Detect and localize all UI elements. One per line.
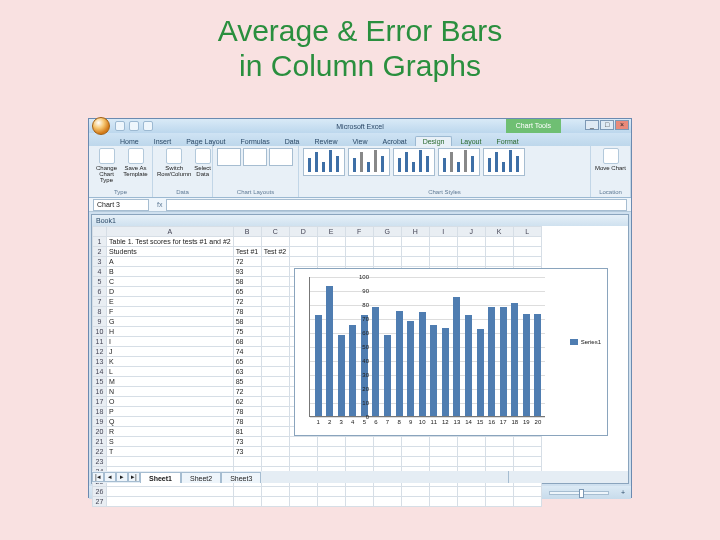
cell[interactable]	[373, 457, 401, 467]
cell[interactable]	[457, 237, 485, 247]
cell[interactable]: P	[107, 407, 234, 417]
row-header[interactable]: 2	[93, 247, 107, 257]
cell[interactable]	[429, 497, 457, 507]
chart-style-option[interactable]	[483, 148, 525, 176]
cell[interactable]	[289, 457, 317, 467]
col-header[interactable]: C	[261, 227, 289, 237]
cell[interactable]	[485, 457, 513, 467]
cell[interactable]	[261, 397, 289, 407]
chart-legend[interactable]: Series1	[570, 339, 601, 345]
row-header[interactable]: 27	[93, 497, 107, 507]
cell[interactable]: E	[107, 297, 234, 307]
cell[interactable]: 93	[233, 267, 261, 277]
chart-bar[interactable]	[477, 329, 484, 416]
move-chart-button[interactable]: Move Chart	[595, 148, 626, 171]
cell[interactable]	[289, 497, 317, 507]
cell[interactable]	[513, 437, 541, 447]
cell[interactable]: K	[107, 357, 234, 367]
cell[interactable]: 72	[233, 257, 261, 267]
cell[interactable]	[373, 497, 401, 507]
col-header[interactable]: J	[457, 227, 485, 237]
cell[interactable]	[457, 447, 485, 457]
row-header[interactable]: 17	[93, 397, 107, 407]
row-header[interactable]: 6	[93, 287, 107, 297]
change-chart-type-button[interactable]: Change Chart Type	[93, 148, 120, 183]
cell[interactable]	[373, 447, 401, 457]
cell[interactable]	[261, 277, 289, 287]
cell[interactable]: Q	[107, 417, 234, 427]
row-header[interactable]: 12	[93, 347, 107, 357]
cell[interactable]	[345, 487, 373, 497]
row-header[interactable]: 21	[93, 437, 107, 447]
cell[interactable]: F	[107, 307, 234, 317]
fx-icon[interactable]: fx	[153, 201, 166, 208]
cell[interactable]: R	[107, 427, 234, 437]
chart-style-option[interactable]	[438, 148, 480, 176]
cell[interactable]	[317, 257, 345, 267]
chart-bar[interactable]	[523, 314, 530, 416]
cell[interactable]	[261, 327, 289, 337]
cell[interactable]	[401, 437, 429, 447]
chart-style-option[interactable]	[303, 148, 345, 176]
chart-bar[interactable]	[349, 325, 356, 416]
cell[interactable]	[401, 487, 429, 497]
cell[interactable]: Test #1	[233, 247, 261, 257]
cell[interactable]	[457, 487, 485, 497]
cell[interactable]: T	[107, 447, 234, 457]
col-header[interactable]: H	[401, 227, 429, 237]
cell[interactable]	[513, 237, 541, 247]
cell[interactable]	[233, 497, 261, 507]
cell[interactable]	[485, 247, 513, 257]
row-header[interactable]: 9	[93, 317, 107, 327]
cell[interactable]: 85	[233, 377, 261, 387]
cell[interactable]	[485, 497, 513, 507]
row-header[interactable]: 14	[93, 367, 107, 377]
cell[interactable]	[345, 497, 373, 507]
cell[interactable]	[261, 437, 289, 447]
cell[interactable]	[429, 487, 457, 497]
cell[interactable]	[261, 457, 289, 467]
cell[interactable]	[401, 257, 429, 267]
switch-row-column-button[interactable]: Switch Row/Column	[157, 148, 191, 177]
cell[interactable]: 65	[233, 357, 261, 367]
cell[interactable]	[429, 237, 457, 247]
cell[interactable]	[401, 237, 429, 247]
cell[interactable]: 78	[233, 417, 261, 427]
chart-bar[interactable]	[465, 315, 472, 416]
tab-home[interactable]: Home	[113, 137, 146, 146]
cell[interactable]	[513, 487, 541, 497]
cell[interactable]	[429, 437, 457, 447]
cell[interactable]	[261, 377, 289, 387]
cell[interactable]: G	[107, 317, 234, 327]
cell[interactable]	[107, 487, 234, 497]
sheet-tab-1[interactable]: Sheet1	[140, 472, 181, 483]
cell[interactable]	[289, 247, 317, 257]
cell[interactable]	[261, 237, 289, 247]
cell[interactable]: 75	[233, 327, 261, 337]
cell[interactable]: 62	[233, 397, 261, 407]
tab-format[interactable]: Format	[489, 137, 525, 146]
tab-insert[interactable]: Insert	[147, 137, 179, 146]
chart-bar[interactable]	[500, 307, 507, 416]
cell[interactable]	[485, 487, 513, 497]
tab-design[interactable]: Design	[415, 136, 453, 146]
cell[interactable]	[457, 247, 485, 257]
chart-bar[interactable]	[372, 307, 379, 416]
cell[interactable]: N	[107, 387, 234, 397]
row-header[interactable]: 20	[93, 427, 107, 437]
zoom-slider[interactable]	[549, 491, 609, 495]
cell[interactable]: 58	[233, 317, 261, 327]
minimize-button[interactable]: _	[585, 120, 599, 130]
cell[interactable]	[401, 497, 429, 507]
row-header[interactable]: 3	[93, 257, 107, 267]
cell[interactable]	[457, 457, 485, 467]
cell[interactable]	[457, 437, 485, 447]
cell[interactable]	[289, 447, 317, 457]
col-header[interactable]: L	[513, 227, 541, 237]
cell[interactable]	[317, 237, 345, 247]
cell[interactable]	[261, 257, 289, 267]
row-header[interactable]: 8	[93, 307, 107, 317]
cell[interactable]	[317, 247, 345, 257]
cell[interactable]: M	[107, 377, 234, 387]
cell[interactable]	[513, 247, 541, 257]
